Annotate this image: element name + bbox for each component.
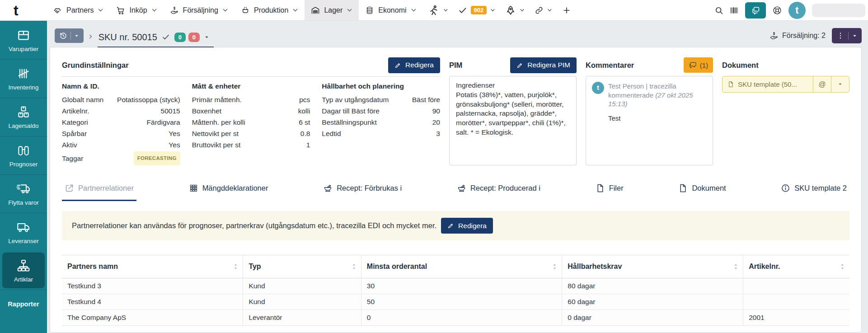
mortar-icon bbox=[457, 183, 466, 193]
tab-mangddeklarationer[interactable]: Mängddeklarationer bbox=[186, 181, 271, 200]
nav-inkop[interactable]: Inköp bbox=[110, 0, 163, 20]
tab-partnerrelationer[interactable]: Partnerrelationer bbox=[62, 181, 136, 201]
sort-icon[interactable] bbox=[351, 263, 357, 270]
nav-forsaljning[interactable]: Försäljning bbox=[164, 0, 235, 20]
sitemap-icon bbox=[16, 258, 31, 273]
chevron-down-icon bbox=[98, 7, 103, 13]
status-badge-red: 0 bbox=[188, 33, 200, 42]
nav-link-menu[interactable] bbox=[530, 0, 557, 20]
general-settings-section: Grundinställningar Redigera Namn & ID. G… bbox=[62, 56, 440, 165]
nav-label: Produktion bbox=[254, 6, 289, 14]
document-dropdown-button[interactable] bbox=[831, 76, 849, 92]
app-logo[interactable]: t bbox=[0, 0, 47, 20]
truck-icon bbox=[16, 220, 31, 235]
history-icon bbox=[59, 32, 67, 40]
nav-tasks-menu[interactable]: 902 bbox=[453, 0, 501, 20]
grid-icon bbox=[189, 183, 198, 193]
table-row[interactable]: The Company ApS Leverantör 0 0 dagar 200… bbox=[62, 310, 849, 326]
hand-dollar-icon bbox=[769, 31, 779, 40]
sidebar-label: Inventering bbox=[9, 84, 39, 91]
more-actions-button[interactable] bbox=[832, 28, 862, 43]
nav-label: Försäljning bbox=[183, 6, 218, 14]
group-title: Hållbarhet och planering bbox=[322, 82, 440, 90]
caret-down-icon bbox=[204, 35, 209, 40]
tab-recept-producerad[interactable]: Recept: Producerad i bbox=[454, 181, 543, 200]
tab-sku-template-2[interactable]: SKU template 2 bbox=[778, 181, 849, 200]
document-button-group: SKU template (50... @ bbox=[722, 76, 849, 93]
pencil-icon bbox=[394, 62, 401, 69]
group-title: Namn & ID. bbox=[62, 82, 180, 90]
table-header-row: Partners namn Typ Minsta orderantal Håll… bbox=[62, 255, 849, 278]
search-button[interactable] bbox=[714, 6, 723, 15]
sidebar-item-rapporter[interactable]: Rapporter bbox=[0, 290, 47, 318]
sort-icon[interactable] bbox=[552, 263, 558, 270]
sales-count-link[interactable]: Försäljning: 2 bbox=[769, 31, 826, 40]
main-content: › SKU nr. 50015 0 0 Försäljning: 2 bbox=[47, 21, 868, 333]
chevron-down-icon bbox=[443, 8, 448, 13]
section-title: Grundinställningar bbox=[62, 61, 129, 70]
edit-pim-button[interactable]: Redigera PIM bbox=[510, 57, 577, 73]
sidebar-label: Artiklar bbox=[14, 276, 33, 283]
edit-general-button[interactable]: Redigera bbox=[388, 57, 440, 73]
nav-runner-menu[interactable] bbox=[423, 0, 453, 20]
sidebar-label: Varupartier bbox=[9, 46, 38, 52]
chat-button[interactable] bbox=[745, 2, 766, 19]
nav-ekonomi[interactable]: Ekonomi bbox=[359, 0, 422, 20]
nav-rocket-menu[interactable] bbox=[500, 0, 530, 20]
barcode-button[interactable] bbox=[730, 6, 739, 15]
external-link-icon bbox=[65, 183, 74, 193]
file-icon bbox=[596, 183, 605, 193]
breadcrumb-separator: › bbox=[89, 31, 92, 41]
top-navbar: t Partners Inköp Försäljning Produktion … bbox=[0, 0, 868, 21]
sort-icon[interactable] bbox=[233, 263, 239, 270]
comments-section: Kommentarer (1) t Test Person | t bbox=[586, 56, 713, 165]
sort-icon[interactable] bbox=[733, 263, 739, 270]
user-name-pill[interactable] bbox=[812, 4, 865, 17]
document-mail-button[interactable]: @ bbox=[813, 76, 831, 92]
column-header-hallbarhetskrav[interactable]: Hållbarhetskrav bbox=[562, 255, 743, 278]
chevron-down-icon bbox=[151, 7, 157, 13]
kebab-menu-icon bbox=[836, 32, 845, 40]
column-header-partners-namn[interactable]: Partners namn bbox=[62, 255, 243, 278]
nav-partners[interactable]: Partners bbox=[47, 0, 110, 20]
sidebar-label: Flytta varor bbox=[8, 199, 39, 206]
runner-icon bbox=[428, 5, 440, 16]
sidebar-label: Lagersaldo bbox=[9, 122, 39, 129]
comments-count-button[interactable]: (1) bbox=[684, 57, 713, 73]
tab-bar: Partnerrelationer Mängddeklarationer Rec… bbox=[62, 181, 849, 201]
info-banner-text: Partnerrelationer kan användas för progn… bbox=[72, 221, 436, 230]
sidebar-item-varupartier[interactable]: Varupartier bbox=[0, 21, 47, 59]
tab-filer[interactable]: Filer bbox=[593, 181, 626, 200]
column-header-typ[interactable]: Typ bbox=[243, 255, 361, 278]
page-header: › SKU nr. 50015 0 0 Försäljning: 2 bbox=[48, 24, 862, 47]
chat-icon bbox=[751, 6, 760, 15]
help-button[interactable] bbox=[772, 5, 782, 15]
nav-lager[interactable]: Lager bbox=[305, 0, 359, 20]
info-icon bbox=[781, 183, 790, 193]
tab-dokument[interactable]: Dokument bbox=[676, 181, 728, 200]
chevron-down-icon bbox=[490, 8, 495, 13]
chevron-down-icon bbox=[292, 7, 298, 13]
history-button[interactable] bbox=[55, 28, 84, 43]
sidebar-item-inventering[interactable]: Inventering bbox=[0, 59, 47, 98]
nav-add-button[interactable] bbox=[557, 0, 576, 20]
group-name-id: Namn & ID. Globalt namnPotatissoppa (sty… bbox=[62, 82, 180, 165]
column-header-minsta-orderantal[interactable]: Minsta orderantal bbox=[361, 255, 562, 278]
link-icon bbox=[535, 6, 544, 15]
sidebar-item-prognoser[interactable]: Prognoser bbox=[0, 136, 47, 174]
column-header-artikelnr[interactable]: Artikelnr. bbox=[743, 255, 849, 278]
tab-recept-forbrukas[interactable]: Recept: Förbrukas i bbox=[320, 181, 404, 200]
sidebar-item-lagersaldo[interactable]: Lagersaldo bbox=[0, 98, 47, 136]
edit-partner-relations-button[interactable]: Redigera bbox=[441, 218, 493, 234]
sidebar-item-artiklar[interactable]: Artiklar bbox=[2, 253, 45, 288]
nav-produktion[interactable]: Produktion bbox=[235, 0, 305, 20]
table-row[interactable]: Testkund 4 Kund 50 60 dagar bbox=[62, 294, 849, 310]
page-title: SKU nr. 50015 bbox=[99, 32, 157, 42]
breadcrumb[interactable]: SKU nr. 50015 0 0 bbox=[98, 30, 214, 47]
sidebar-item-leveranser[interactable]: Leveranser bbox=[0, 213, 47, 251]
sidebar-item-flytta-varor[interactable]: Flytta varor bbox=[0, 174, 47, 213]
user-avatar[interactable]: t bbox=[788, 2, 806, 19]
sort-icon[interactable] bbox=[840, 263, 845, 270]
table-row[interactable]: Testkund 3 Kund 30 80 dagar bbox=[62, 278, 849, 294]
sku-template-button[interactable]: SKU template (50... bbox=[723, 76, 813, 92]
